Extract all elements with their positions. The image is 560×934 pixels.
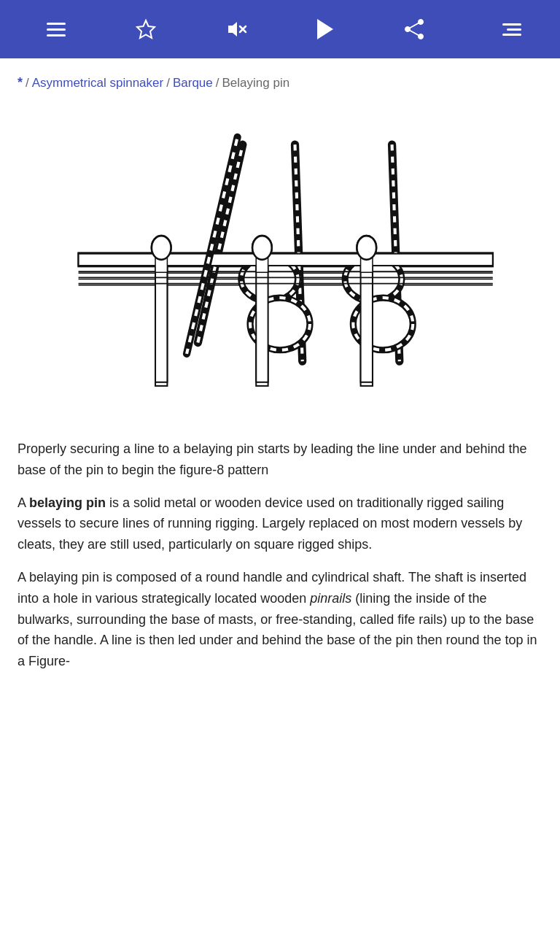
navbar <box>0 0 560 58</box>
play-icon[interactable] <box>307 12 342 47</box>
belaying-pin-diagram <box>18 107 542 421</box>
svg-line-8 <box>408 22 421 29</box>
svg-rect-49 <box>79 254 493 266</box>
body-paragraph-1: Properly securing a line to a belaying p… <box>18 439 542 481</box>
breadcrumb-star[interactable]: * <box>18 73 23 93</box>
breadcrumb: * / Asymmetrical spinnaker / Barque / Be… <box>18 73 542 93</box>
body-paragraph-2: A belaying pin is composed of a round ha… <box>18 567 542 672</box>
svg-marker-1 <box>228 22 237 36</box>
svg-point-59 <box>252 236 272 260</box>
breadcrumb-separator-2: / <box>166 74 170 93</box>
svg-marker-4 <box>317 19 333 39</box>
svg-point-60 <box>357 236 376 260</box>
bold-term: belaying pin <box>29 495 106 510</box>
more-options-icon[interactable] <box>486 12 521 47</box>
svg-line-9 <box>408 29 421 36</box>
breadcrumb-link-asymmetrical[interactable]: Asymmetrical spinnaker <box>32 74 163 93</box>
svg-marker-0 <box>137 20 155 38</box>
main-content: * / Asymmetrical spinnaker / Barque / Be… <box>0 58 560 701</box>
share-icon[interactable] <box>397 12 432 47</box>
body-paragraph-definition: A belaying pin is a solid metal or woode… <box>18 493 542 555</box>
svg-point-58 <box>152 236 171 260</box>
breadcrumb-current-page: Belaying pin <box>222 74 290 93</box>
breadcrumb-separator-3: / <box>216 74 219 93</box>
hamburger-menu-icon[interactable] <box>39 12 74 47</box>
mute-icon[interactable] <box>218 12 253 47</box>
breadcrumb-link-barque[interactable]: Barque <box>173 74 213 93</box>
bookmark-icon[interactable] <box>128 12 163 47</box>
italic-term: pinrails <box>310 591 351 606</box>
breadcrumb-separator-1: / <box>26 74 29 93</box>
